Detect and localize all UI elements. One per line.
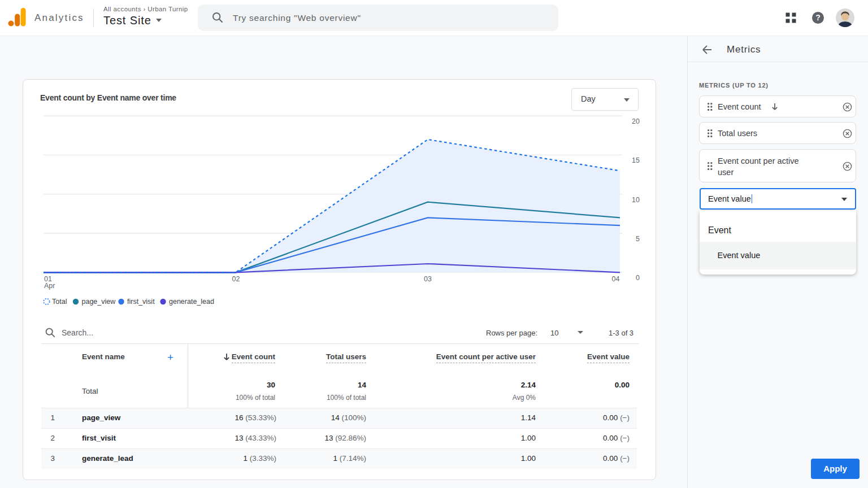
svg-text:page_view: page_view: [82, 298, 116, 306]
svg-text:02: 02: [232, 275, 240, 283]
svg-text:10: 10: [632, 196, 640, 204]
svg-text:Apr: Apr: [44, 282, 55, 290]
svg-text:03: 03: [424, 275, 432, 283]
svg-text:20: 20: [632, 117, 640, 125]
svg-text:generate_lead: generate_lead: [169, 298, 214, 306]
svg-text:5: 5: [636, 235, 640, 243]
svg-text:15: 15: [632, 156, 640, 164]
svg-text:first_visit: first_visit: [127, 298, 155, 306]
svg-text:0: 0: [636, 274, 640, 282]
svg-text:04: 04: [612, 275, 620, 283]
svg-text:Total: Total: [52, 298, 67, 306]
